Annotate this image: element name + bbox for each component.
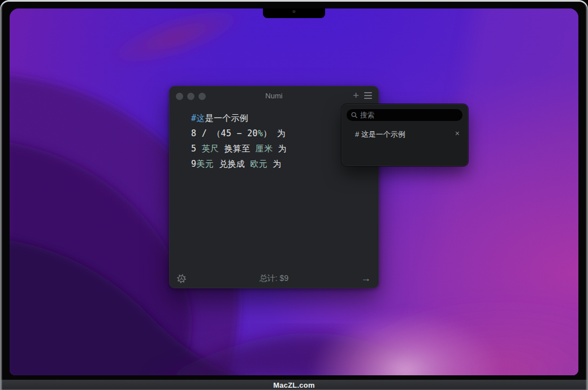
editor-span: 为 <box>273 144 287 154</box>
editor-span: 厘米 <box>256 144 273 154</box>
editor-span: % <box>258 128 263 138</box>
search-field[interactable] <box>347 109 462 121</box>
editor-span: 欧元 <box>250 159 268 169</box>
editor-span: 换算至 <box>219 144 256 154</box>
popover-item[interactable]: # 这是一个示例× <box>341 127 468 142</box>
camera-dot <box>293 10 296 13</box>
arrow-right-icon[interactable]: → <box>361 272 371 284</box>
window-footer: 总计: $9 → <box>169 269 379 288</box>
sheets-popover: # 这是一个示例× <box>341 104 468 166</box>
display-notch <box>263 8 325 18</box>
watermark: MacZL.com <box>273 381 314 389</box>
window-title: Numi <box>169 92 379 100</box>
search-input[interactable] <box>360 111 451 119</box>
editor-span: 是一个示例 <box>205 113 249 123</box>
editor-span: 5 <box>191 144 202 154</box>
total-label: 总计: $9 <box>169 274 379 284</box>
editor-span: 9 <box>191 159 196 169</box>
titlebar[interactable]: Numi + <box>169 86 379 105</box>
add-sheet-button[interactable]: + <box>353 90 359 101</box>
popover-item-label: # 这是一个示例 <box>355 129 405 140</box>
editor-span: #这 <box>191 113 205 123</box>
editor-span: 美元 <box>196 159 214 169</box>
editor-span: 为 <box>267 159 282 169</box>
editor-span: 8 / （45 − 20 <box>191 128 258 138</box>
editor-span: ） 为 <box>263 128 286 138</box>
macbook-frame: Numi + #这是一个示例8 / （45 − 20%） 为5 英尺 换算至 厘… <box>0 0 588 390</box>
menu-icon[interactable] <box>364 92 372 99</box>
laptop-chin: MacZL.com <box>0 379 588 390</box>
search-icon <box>351 112 357 118</box>
editor-span: 英尺 <box>202 144 219 154</box>
close-icon[interactable]: × <box>455 129 460 138</box>
editor-span: 兑换成 <box>214 159 250 169</box>
